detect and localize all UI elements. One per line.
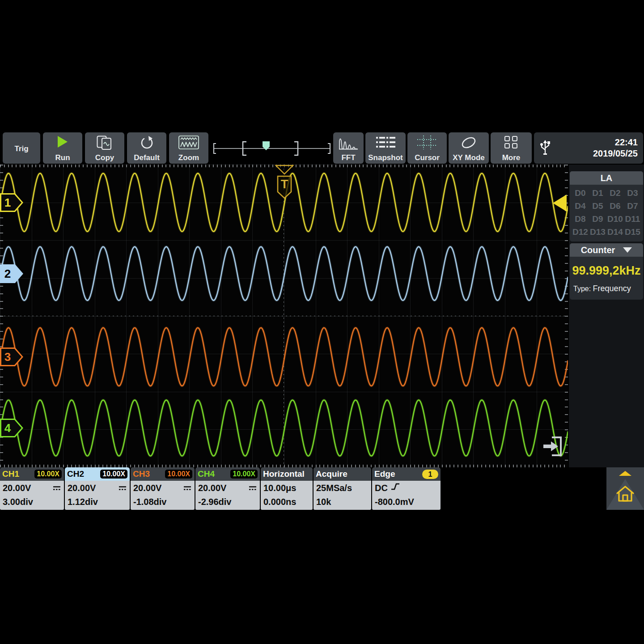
la-d5[interactable]: D5 bbox=[589, 201, 606, 211]
trigger-t-label: T bbox=[281, 178, 288, 191]
acquire-memory-depth: 10k bbox=[316, 496, 331, 508]
cursor-crosshair-icon bbox=[417, 136, 437, 152]
fft-button[interactable]: FFT bbox=[333, 132, 364, 164]
trigger-position-marker[interactable]: T bbox=[274, 165, 296, 204]
la-d6[interactable]: D6 bbox=[606, 201, 624, 211]
la-d11[interactable]: D11 bbox=[624, 214, 641, 224]
channel2-position-flag[interactable]: 2 bbox=[0, 264, 23, 283]
la-d10[interactable]: D10 bbox=[606, 214, 624, 224]
ch4-name: CH4 bbox=[198, 469, 215, 479]
ch1-probe-badge: 10.00X bbox=[34, 470, 62, 479]
ch1-name: CH1 bbox=[2, 469, 19, 479]
trigger-status-block[interactable]: Edge 1 DC -800.0mV bbox=[372, 467, 441, 510]
ch1-position: 3.00div bbox=[3, 496, 33, 508]
acquire-status-block[interactable]: Acquire 25MSa/s 10k bbox=[314, 467, 371, 510]
top-toolbar: Trig Run Copy bbox=[0, 132, 644, 164]
la-d8[interactable]: D8 bbox=[572, 214, 589, 224]
usb-icon bbox=[539, 140, 551, 158]
la-digital-channel-grid: D0 D1 D2 D3 D4 D5 D6 D7 D8 D9 D10 D11 D1… bbox=[570, 185, 643, 242]
la-d14[interactable]: D14 bbox=[606, 227, 624, 237]
copy-label: Copy bbox=[95, 154, 114, 161]
la-d4[interactable]: D4 bbox=[572, 201, 589, 211]
la-d12[interactable]: D12 bbox=[572, 227, 589, 237]
run-button[interactable]: Run bbox=[43, 132, 82, 164]
chevron-down-icon bbox=[623, 247, 632, 253]
right-sidebar: LA D0 D1 D2 D3 D4 D5 D6 D7 D8 D9 D10 D11… bbox=[569, 165, 644, 467]
rising-edge-icon bbox=[390, 482, 400, 494]
la-d15[interactable]: D15 bbox=[624, 227, 641, 237]
ch4-scale: 20.00V bbox=[198, 482, 226, 494]
ch1-scale: 20.00V bbox=[3, 482, 31, 494]
la-d2[interactable]: D2 bbox=[606, 188, 624, 198]
la-panel[interactable]: LA D0 D1 D2 D3 D4 D5 D6 D7 D8 D9 D10 D11… bbox=[570, 171, 643, 242]
ch2-probe-badge: 10.00X bbox=[100, 470, 127, 479]
more-grid-icon bbox=[504, 136, 518, 151]
channel1-position-flag[interactable]: 1 bbox=[0, 193, 23, 212]
horizontal-position-indicator[interactable] bbox=[212, 138, 332, 160]
snapshot-label: Snapshot bbox=[368, 154, 402, 161]
bottom-status-bar: CH1 10.00X 20.00V 3.00div CH2 10.00X 20.… bbox=[0, 467, 644, 510]
home-icon[interactable] bbox=[615, 483, 636, 506]
oscilloscope-screen: Trig Run Copy bbox=[0, 132, 644, 510]
horizontal-status-block[interactable]: Horizontal 10.00μs 0.000ns bbox=[261, 467, 313, 510]
ch4-status-block[interactable]: CH4 10.00X 20.00V -2.96div bbox=[195, 467, 260, 510]
counter-panel[interactable]: Counter 99.999,2kHz Type: Frequency bbox=[570, 243, 643, 300]
dc-coupling-icon bbox=[248, 482, 257, 494]
horizontal-title: Horizontal bbox=[263, 469, 305, 479]
ch3-status-block[interactable]: CH3 10.00X 20.00V -1.08div bbox=[131, 467, 195, 510]
channel3-position-flag[interactable]: 3 bbox=[0, 347, 23, 366]
ch3-name: CH3 bbox=[133, 469, 150, 479]
snapshot-button[interactable]: Snapshot bbox=[365, 132, 406, 164]
ch2-name: CH2 bbox=[67, 469, 84, 479]
la-d3[interactable]: D3 bbox=[624, 188, 641, 198]
la-d9[interactable]: D9 bbox=[589, 214, 606, 224]
la-d1[interactable]: D1 bbox=[589, 188, 606, 198]
trigger-source-badge: 1 bbox=[422, 470, 438, 479]
horizontal-delay: 0.000ns bbox=[263, 496, 296, 508]
expand-up-arrow-icon[interactable] bbox=[619, 471, 631, 476]
counter-type-value: Frequency bbox=[593, 284, 631, 293]
ch2-status-block[interactable]: CH2 10.00X 20.00V 1.12div bbox=[65, 467, 130, 510]
waveform-display[interactable]: 1 2 3 4 T bbox=[0, 165, 568, 467]
ch1-status-block[interactable]: CH1 10.00X 20.00V 3.00div bbox=[0, 467, 64, 510]
export-arrow-icon[interactable] bbox=[542, 435, 564, 459]
la-panel-header[interactable]: LA bbox=[570, 171, 643, 185]
xy-mode-button[interactable]: XY Mode bbox=[449, 132, 489, 164]
copy-button[interactable]: Copy bbox=[85, 132, 124, 164]
dc-coupling-icon bbox=[183, 482, 192, 494]
clock-date: 2019/05/25 bbox=[593, 148, 638, 159]
default-button[interactable]: Default bbox=[127, 132, 166, 164]
channel4-flag-label: 4 bbox=[4, 421, 11, 435]
xy-mode-label: XY Mode bbox=[453, 154, 484, 161]
fft-spectrum-icon bbox=[338, 136, 359, 153]
trigger-level: -800.0mV bbox=[375, 496, 414, 508]
ch3-position: -1.08div bbox=[133, 496, 166, 508]
run-label: Run bbox=[55, 154, 70, 161]
ch4-position: -2.96div bbox=[198, 496, 231, 508]
counter-frequency-value: 99.999,2kHz bbox=[570, 257, 643, 283]
ch3-probe-badge: 10.00X bbox=[165, 470, 192, 479]
zoom-waveform-icon bbox=[178, 136, 199, 152]
ch2-position: 1.12div bbox=[68, 496, 98, 508]
channel2-flag-label: 2 bbox=[4, 267, 11, 280]
dc-coupling-icon bbox=[52, 482, 61, 494]
trigger-title: Edge bbox=[374, 469, 395, 479]
la-d13[interactable]: D13 bbox=[589, 227, 606, 237]
counter-panel-header[interactable]: Counter bbox=[570, 243, 643, 257]
channel4-position-flag[interactable]: 4 bbox=[0, 419, 23, 437]
ch4-probe-badge: 10.00X bbox=[230, 470, 258, 479]
cursor-button[interactable]: Cursor bbox=[407, 132, 447, 164]
la-d7[interactable]: D7 bbox=[624, 201, 641, 211]
home-panel[interactable] bbox=[606, 467, 644, 510]
more-label: More bbox=[502, 154, 521, 161]
default-reset-icon bbox=[139, 136, 154, 152]
acquire-title: Acquire bbox=[316, 469, 347, 479]
more-button[interactable]: More bbox=[491, 132, 532, 164]
snapshot-list-icon bbox=[376, 136, 395, 151]
la-d0[interactable]: D0 bbox=[572, 188, 589, 198]
counter-type-row: Type: Frequency bbox=[570, 283, 643, 300]
trigger-level-arrow-icon[interactable] bbox=[553, 195, 567, 212]
zoom-button[interactable]: Zoom bbox=[169, 132, 208, 164]
fft-label: FFT bbox=[341, 154, 355, 161]
trig-button[interactable]: Trig bbox=[3, 132, 40, 164]
